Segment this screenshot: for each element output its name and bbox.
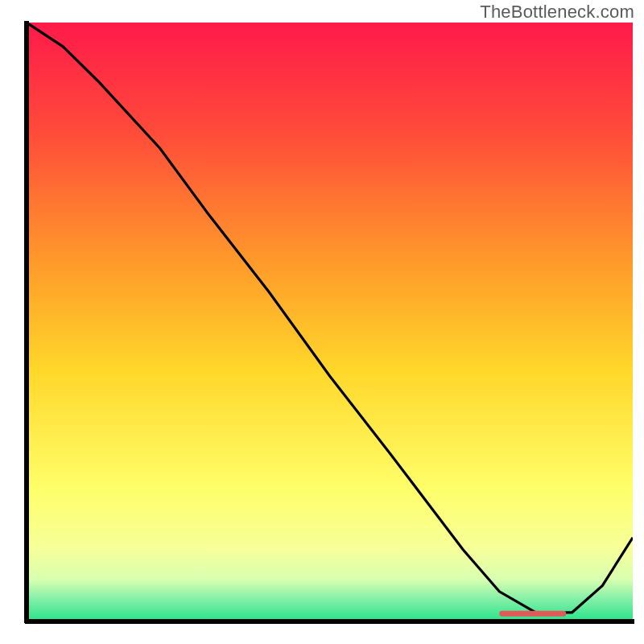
optimal-zone bbox=[499, 611, 566, 617]
bottleneck-chart bbox=[0, 0, 644, 644]
plot-background bbox=[27, 23, 633, 621]
